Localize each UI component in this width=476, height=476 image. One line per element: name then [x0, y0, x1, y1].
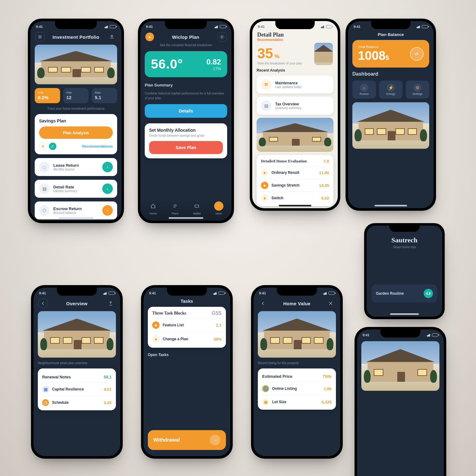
device-notch	[55, 21, 97, 29]
device-notch	[167, 288, 207, 296]
arrow-icon: ›	[102, 205, 113, 216]
list-item[interactable]: ▤ Detail Rate Interest summary ›	[35, 180, 117, 198]
list-item[interactable]: ⬡ Escrow Return Account balance ›	[35, 201, 117, 219]
section-title: Plan Summary	[145, 83, 227, 87]
svg-point-1	[221, 36, 223, 37]
battery-icon	[110, 25, 116, 28]
card-title: Detailed House Evaluation	[261, 159, 307, 164]
device-notch	[57, 288, 97, 296]
metric-chip[interactable]: AOE 8.2%	[35, 88, 60, 103]
list-item[interactable]: ●Ordinary Result 11.80	[261, 166, 329, 179]
share-button[interactable]	[106, 299, 115, 308]
coin-icon: ◌	[39, 162, 50, 172]
home-indicator	[169, 217, 203, 219]
list-item[interactable]: ●Savings Stretch 14.05	[261, 179, 329, 192]
list-item[interactable]: ▦Capital Resilience 4.01	[42, 382, 112, 396]
battery-icon	[422, 25, 428, 28]
signal-icon	[416, 25, 420, 28]
hero-metric-card[interactable]: 56.0° 0.82 17%	[145, 51, 227, 77]
list-item[interactable]: ▣Lot Size 5,320	[262, 395, 332, 408]
chevron-left-icon	[261, 301, 266, 306]
doc-icon: ▤	[39, 183, 50, 194]
home-indicator	[59, 217, 93, 219]
allocation-card: Set Monthly Allocation Divide funds betw…	[145, 123, 227, 158]
signal-icon	[104, 25, 108, 28]
dash-chip[interactable]: ⚡ Energy	[379, 81, 403, 99]
hero-caption: Track your home investment performance	[35, 107, 117, 110]
card-icon: ▦	[42, 386, 49, 393]
battery-icon	[328, 292, 335, 295]
battery-icon	[432, 333, 438, 337]
recommend-link[interactable]: Recommendations	[82, 144, 113, 148]
dot-icon: ●	[261, 169, 268, 176]
signal-icon	[214, 25, 218, 28]
metric-secondary-sub: 17%	[206, 66, 221, 71]
card-sub: Divide funds between savings and goals	[149, 134, 223, 137]
signal-icon	[322, 292, 327, 295]
home-indicator	[279, 205, 311, 206]
list-item[interactable]: Renewal Notes 58.1	[42, 372, 112, 382]
plan-analysis-button[interactable]: Plan Analysis	[39, 126, 113, 139]
svg-point-0	[111, 35, 112, 37]
dash-chip[interactable]: ⌂ Rooms	[352, 81, 376, 99]
battery-icon	[218, 292, 225, 295]
ruler-icon: ▣	[262, 399, 269, 405]
back-button[interactable]	[258, 299, 268, 308]
phone-investment: 9:41 Investment Portfolio AOE 8.2%	[28, 19, 124, 223]
menu-button[interactable]	[35, 32, 45, 42]
list-item[interactable]: ◷Schedule 3.20	[42, 396, 112, 409]
phone-home-value: 9:41 Home Value Recent listing for this …	[251, 285, 343, 459]
list-item[interactable]: ●Switch 8.02	[261, 192, 329, 204]
phone-wiclop-plan: 9:41 ● Wiclop Plan See the complete fina…	[138, 19, 234, 223]
dot-icon: ●	[261, 182, 268, 189]
nav-plans[interactable]: Plans	[170, 201, 180, 215]
mockup-stage: 9:41 Investment Portfolio AOE 8.2%	[0, 0, 476, 476]
list-item[interactable]: 🛠 Maintenance Last updated today	[257, 76, 333, 94]
savings-card: Savings Plan Plan Analysis ☀ ✓ Recommend…	[35, 114, 117, 154]
thumbnail[interactable]	[314, 43, 333, 65]
page-title: Wiclop Plan	[172, 34, 199, 40]
nav-wallet[interactable]: Wallet	[192, 201, 201, 215]
list-item[interactable]: 🌐Online Listing 1.6k	[262, 382, 332, 395]
status-time: 9:41	[36, 25, 43, 29]
balance-card[interactable]: Total Balance 1008$ ⟳	[352, 40, 429, 68]
list-item[interactable]: Estimated Price 758k	[262, 371, 332, 382]
list-item[interactable]: ●Feature List 2.1	[152, 318, 222, 332]
page-title: Home Value	[283, 301, 311, 306]
clock-icon: ◷	[42, 399, 49, 406]
settings-button[interactable]	[217, 32, 227, 42]
metric-chip[interactable]: Rate 5.1	[92, 88, 117, 103]
caption: Neighbourhood smart plan overview	[38, 361, 116, 365]
rating-badge: 4.8	[424, 289, 433, 298]
close-icon	[328, 301, 333, 306]
list-item[interactable]: ●Change a Plan 38%	[152, 332, 222, 346]
button-label: Withdrawal	[153, 437, 180, 443]
list-icon	[173, 204, 178, 209]
save-plan-button[interactable]: Save Plan	[149, 141, 223, 154]
profile-button[interactable]	[107, 32, 117, 42]
withdrawal-button[interactable]: Withdrawal →	[148, 430, 226, 450]
list-item[interactable]: ▤ Tax Overview Quarterly summary	[257, 97, 333, 115]
list-item[interactable]: ◌ Lease Return Monthly payout ›	[35, 158, 117, 176]
refresh-icon[interactable]: ⟳	[410, 47, 424, 61]
shield-icon: ⬡	[39, 205, 50, 216]
signal-icon	[320, 25, 324, 28]
globe-icon: 🌐	[262, 385, 269, 392]
metric-unit: %	[275, 53, 280, 60]
routine-card[interactable]: Garden Routine 4.8	[372, 284, 437, 302]
nav-home[interactable]: Home	[148, 201, 158, 215]
user-icon	[109, 34, 114, 39]
home-indicator	[390, 313, 419, 315]
dash-chip[interactable]: ⚙ Settings	[406, 81, 429, 99]
close-button[interactable]	[326, 299, 335, 308]
arrow-icon: ›	[102, 162, 113, 172]
wrench-icon: 🛠	[261, 79, 271, 90]
dot-icon: ●	[152, 335, 160, 343]
metric-chip[interactable]: Plan 12	[63, 88, 89, 103]
back-button[interactable]	[38, 299, 48, 308]
details-button[interactable]: Details	[145, 104, 227, 118]
property-image	[38, 311, 116, 358]
card-label: Total Balance	[358, 45, 389, 49]
gear-icon	[219, 34, 224, 39]
nav-more[interactable]: ⋯More	[214, 201, 223, 215]
